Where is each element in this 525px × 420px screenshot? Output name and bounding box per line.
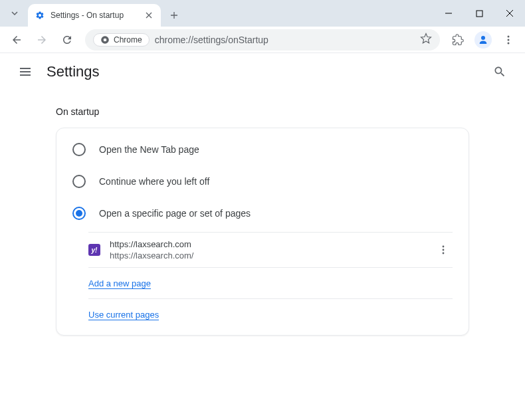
startup-page-row: y! https://laxsearch.com https://laxsear… bbox=[88, 233, 453, 268]
radio-label: Continue where you left off bbox=[99, 176, 209, 187]
radio-continue[interactable]: Continue where you left off bbox=[56, 165, 469, 197]
address-bar[interactable]: Chrome chrome://settings/onStartup bbox=[85, 29, 440, 51]
chrome-menu-button[interactable] bbox=[497, 29, 520, 51]
chrome-icon bbox=[100, 35, 110, 45]
radio-open-new-tab[interactable]: Open the New Tab page bbox=[56, 134, 469, 165]
svg-point-2 bbox=[104, 38, 107, 41]
page-info: https://laxsearch.com https://laxsearch.… bbox=[110, 239, 425, 261]
browser-toolbar: Chrome chrome://settings/onStartup bbox=[0, 27, 525, 53]
arrow-right-icon bbox=[36, 34, 48, 46]
svg-point-4 bbox=[508, 35, 510, 37]
window-controls bbox=[433, 0, 525, 27]
svg-rect-0 bbox=[476, 11, 482, 17]
extensions-button[interactable] bbox=[447, 29, 469, 51]
settings-menu-button[interactable] bbox=[13, 60, 37, 84]
star-icon bbox=[420, 33, 432, 45]
browser-tab[interactable]: Settings - On startup bbox=[28, 4, 161, 27]
page-title: Settings bbox=[47, 63, 100, 80]
settings-content: On startup Open the New Tab page Continu… bbox=[0, 90, 525, 349]
svg-point-8 bbox=[443, 249, 445, 251]
plus-icon bbox=[170, 11, 178, 19]
window-titlebar: Settings - On startup bbox=[0, 0, 525, 27]
minimize-button[interactable] bbox=[433, 0, 464, 27]
add-page-link[interactable]: Add a new page bbox=[88, 278, 151, 289]
reload-button[interactable] bbox=[56, 29, 78, 51]
minimize-icon bbox=[445, 9, 453, 17]
kebab-icon bbox=[503, 35, 514, 45]
page-name: https://laxsearch.com bbox=[110, 239, 425, 249]
hamburger-icon bbox=[19, 65, 32, 78]
site-chip-label: Chrome bbox=[114, 35, 142, 45]
startup-card: Open the New Tab page Continue where you… bbox=[56, 128, 469, 336]
maximize-button[interactable] bbox=[464, 0, 494, 27]
radio-label: Open a specific page or set of pages bbox=[99, 208, 251, 219]
section-title: On startup bbox=[56, 106, 469, 117]
add-page-row: Add a new page bbox=[88, 268, 453, 299]
forward-button[interactable] bbox=[31, 29, 53, 51]
svg-point-6 bbox=[508, 42, 510, 44]
use-current-row: Use current pages bbox=[88, 299, 453, 330]
tab-close-button[interactable] bbox=[144, 10, 154, 21]
close-icon bbox=[146, 12, 152, 19]
close-window-button[interactable] bbox=[494, 0, 525, 27]
maximize-icon bbox=[476, 10, 483, 17]
chevron-down-icon bbox=[11, 9, 19, 17]
bookmark-button[interactable] bbox=[420, 33, 432, 47]
settings-search-button[interactable] bbox=[488, 60, 512, 84]
svg-point-3 bbox=[481, 36, 485, 40]
tab-search-dropdown[interactable] bbox=[5, 4, 24, 23]
new-tab-button[interactable] bbox=[165, 6, 183, 25]
radio-label: Open the New Tab page bbox=[99, 144, 199, 155]
url-text: chrome://settings/onStartup bbox=[155, 35, 415, 45]
tab-favicon-gear-icon bbox=[35, 10, 45, 21]
radio-icon bbox=[72, 143, 86, 156]
site-chip[interactable]: Chrome bbox=[93, 33, 150, 47]
svg-point-5 bbox=[508, 39, 510, 41]
page-url: https://laxsearch.com/ bbox=[110, 251, 425, 261]
search-icon bbox=[493, 65, 506, 78]
use-current-link[interactable]: Use current pages bbox=[88, 310, 159, 320]
back-button[interactable] bbox=[5, 29, 28, 51]
svg-point-9 bbox=[443, 253, 445, 255]
kebab-icon bbox=[438, 245, 449, 255]
page-favicon-icon: y! bbox=[88, 244, 100, 256]
arrow-left-icon bbox=[11, 34, 23, 46]
radio-specific-page[interactable]: Open a specific page or set of pages bbox=[56, 197, 469, 229]
page-actions-button[interactable] bbox=[434, 241, 453, 259]
svg-point-7 bbox=[443, 246, 445, 248]
settings-header: Settings bbox=[0, 53, 525, 90]
radio-icon bbox=[72, 207, 86, 220]
radio-icon bbox=[72, 175, 86, 188]
profile-button[interactable] bbox=[472, 29, 494, 51]
startup-pages-list: y! https://laxsearch.com https://laxsear… bbox=[88, 232, 453, 330]
avatar-icon bbox=[474, 31, 492, 49]
close-icon bbox=[506, 9, 514, 17]
reload-icon bbox=[61, 34, 73, 46]
puzzle-icon bbox=[452, 34, 464, 46]
tab-title: Settings - On startup bbox=[51, 11, 138, 20]
